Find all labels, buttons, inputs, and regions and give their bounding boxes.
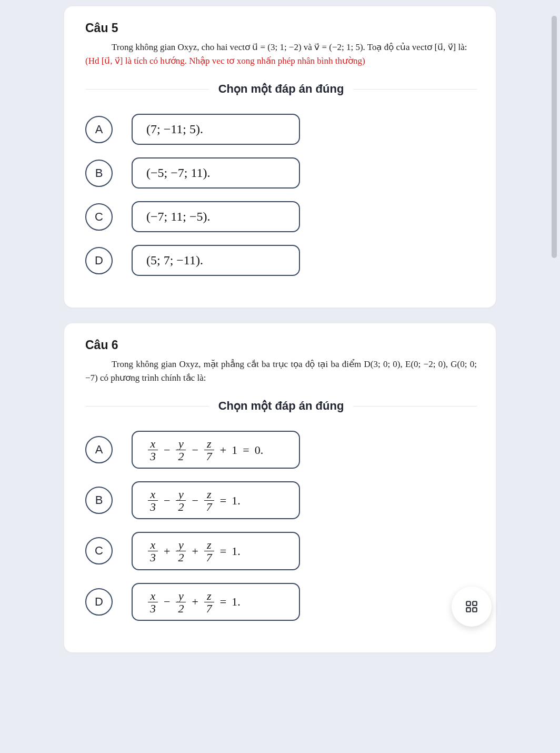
option-row-b[interactable]: B x3−y2−z7=1.	[85, 481, 477, 519]
option-row-d[interactable]: D (5; 7; −11).	[85, 245, 477, 276]
question-text: Trong không gian Oxyz, mặt phẳng cắt ba …	[85, 359, 477, 383]
option-row-c[interactable]: C (−7; 11; −5).	[85, 201, 477, 232]
option-content[interactable]: (5; 7; −11).	[132, 245, 300, 276]
option-letter[interactable]: D	[85, 588, 113, 616]
option-letter[interactable]: B	[85, 487, 113, 514]
option-letter[interactable]: C	[85, 203, 113, 231]
option-content[interactable]: x3−y2−z7=1.	[132, 481, 300, 519]
svg-rect-2	[466, 608, 471, 612]
option-letter[interactable]: A	[85, 436, 113, 463]
option-row-a[interactable]: A x3−y2−z7+1=0.	[85, 431, 477, 469]
option-row-b[interactable]: B (−5; −7; 11).	[85, 157, 477, 189]
grid-fab-button[interactable]	[452, 587, 492, 627]
option-content[interactable]: x3+y2+z7=1.	[132, 532, 300, 570]
option-letter[interactable]: A	[85, 116, 113, 143]
prompt-text: Chọn một đáp án đúng	[209, 82, 354, 96]
divider-line	[85, 406, 209, 407]
grid-icon	[465, 600, 478, 613]
option-content[interactable]: (−5; −7; 11).	[132, 157, 300, 189]
question-card-6: Câu 6 Trong không gian Oxyz, mặt phẳng c…	[64, 323, 496, 652]
option-row-a[interactable]: A (7; −11; 5).	[85, 114, 477, 145]
divider-line	[85, 89, 209, 90]
scrollbar-track[interactable]	[551, 0, 558, 753]
svg-rect-0	[466, 601, 471, 606]
option-content[interactable]: (7; −11; 5).	[132, 114, 300, 145]
question-hint: (Hd [u⃗, v⃗] là tích có hướng. Nhập vec …	[85, 56, 365, 66]
question-body: Trong không gian Oxyz, cho hai vectơ u⃗ …	[85, 41, 477, 67]
option-letter[interactable]: B	[85, 160, 113, 187]
question-number: Câu 5	[85, 21, 477, 35]
option-content[interactable]: (−7; 11; −5).	[132, 201, 300, 232]
prompt-divider: Chọn một đáp án đúng	[85, 399, 477, 413]
question-number: Câu 6	[85, 338, 477, 352]
option-row-c[interactable]: C x3+y2+z7=1.	[85, 532, 477, 570]
svg-rect-3	[473, 608, 477, 612]
question-body: Trong không gian Oxyz, mặt phẳng cắt ba …	[85, 358, 477, 384]
divider-line	[353, 89, 477, 90]
option-content[interactable]: x3−y2+z7=1.	[132, 583, 300, 621]
scrollbar-thumb[interactable]	[552, 16, 557, 258]
prompt-text: Chọn một đáp án đúng	[209, 399, 354, 413]
prompt-divider: Chọn một đáp án đúng	[85, 82, 477, 96]
option-content[interactable]: x3−y2−z7+1=0.	[132, 431, 300, 469]
svg-rect-1	[473, 601, 477, 606]
question-card-5: Câu 5 Trong không gian Oxyz, cho hai vec…	[64, 6, 496, 308]
divider-line	[353, 406, 477, 407]
option-row-d[interactable]: D x3−y2+z7=1.	[85, 583, 477, 621]
question-text: Trong không gian Oxyz, cho hai vectơ u⃗ …	[112, 42, 467, 52]
option-letter[interactable]: C	[85, 537, 113, 564]
option-letter[interactable]: D	[85, 247, 113, 274]
